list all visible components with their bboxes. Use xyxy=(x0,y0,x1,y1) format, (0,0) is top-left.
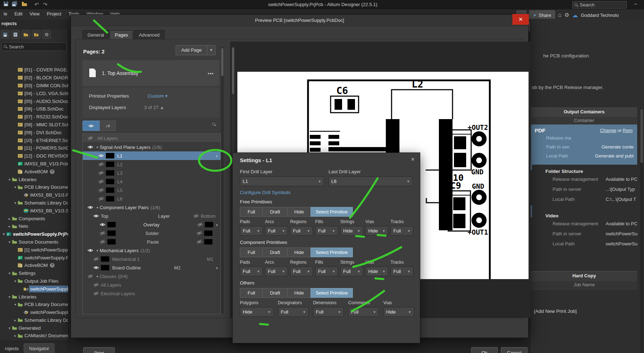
layer-row-all-layers[interactable]: All Layers xyxy=(83,134,221,143)
save-all-icon[interactable] xyxy=(11,1,18,8)
collapse-caret-icon[interactable]: ▾ xyxy=(95,274,100,278)
collapse-caret-icon[interactable]: ▾ xyxy=(13,185,18,189)
panel-tab-navigator[interactable]: Navigator xyxy=(24,343,55,353)
eye-visible-icon[interactable] xyxy=(91,213,101,219)
layer-color-swatch[interactable] xyxy=(101,256,109,262)
layer-row-l6[interactable]: L6 xyxy=(83,194,221,203)
configure-drill-symbols-link[interactable]: Configure Drill Symbols xyxy=(240,190,413,195)
tree-item[interactable]: ▾PCB Library Documents xyxy=(0,183,68,191)
eye-visible-icon[interactable] xyxy=(91,265,101,270)
collapse-caret-icon[interactable]: ▾ xyxy=(7,295,12,299)
tree-item[interactable]: switchPowerSupply.Ou xyxy=(0,285,68,293)
tree-item[interactable]: [06] - USB.SchDoc xyxy=(0,105,68,113)
displayed-layers-value[interactable]: 3 of 27 ▲ xyxy=(144,105,164,110)
layer-color-swatch[interactable] xyxy=(107,230,116,236)
layer-group-row[interactable]: ▾Signal And Plane Layers(1/6) xyxy=(83,143,221,151)
eye-hidden-icon[interactable] xyxy=(98,239,107,245)
eye-visible-icon[interactable] xyxy=(96,153,106,159)
eye-visible-icon[interactable] xyxy=(86,204,95,210)
chevron-right-icon[interactable]: › xyxy=(216,222,218,227)
strings-dropdown[interactable]: Hide▼ xyxy=(340,226,363,236)
fills-dropdown[interactable]: Full▼ xyxy=(315,267,338,276)
menu-item-project[interactable]: Project xyxy=(43,9,65,18)
tracks-dropdown[interactable]: Full▼ xyxy=(390,226,413,236)
vias-dropdown[interactable]: Hide▼ xyxy=(365,226,388,236)
undo-icon[interactable]: ↶ xyxy=(33,1,40,8)
eye-hidden-icon[interactable] xyxy=(191,213,201,219)
layer-color-swatch[interactable] xyxy=(106,187,114,193)
open-folder-icon[interactable] xyxy=(22,30,30,39)
tab-pages[interactable]: Pages xyxy=(110,30,133,39)
tree-item[interactable]: ▾Libraries xyxy=(0,175,68,183)
hide-button[interactable]: Hide xyxy=(287,207,311,217)
eye-hidden-icon[interactable] xyxy=(91,256,101,262)
eye-hidden-icon[interactable] xyxy=(91,282,101,288)
eye-hidden-icon[interactable] xyxy=(96,170,106,176)
cancel-button[interactable]: Cancel xyxy=(501,347,527,353)
layer-color-swatch[interactable] xyxy=(107,222,116,227)
menu-item-view[interactable]: View xyxy=(26,9,43,18)
hide-button[interactable]: Hide xyxy=(287,288,311,298)
tree-item[interactable]: [01] - COVER PAGE.SchD xyxy=(0,66,68,74)
home-icon[interactable]: ⌂ xyxy=(558,11,562,19)
full-button[interactable]: Full xyxy=(240,288,263,298)
pair-row-paste[interactable]: Paste xyxy=(83,237,221,246)
eye-hidden-icon[interactable] xyxy=(96,179,106,184)
class-row[interactable]: Electrical Layers xyxy=(83,289,221,298)
tree-item[interactable]: iMX53_BB_V1I3.SCHLI xyxy=(0,207,68,215)
open-document-icon[interactable] xyxy=(21,1,28,8)
regions-dropdown[interactable]: Full▼ xyxy=(290,226,313,236)
draft-button[interactable]: Draft xyxy=(262,207,288,217)
tree-item[interactable]: ActiveBOM? xyxy=(0,168,68,175)
collapse-caret-icon[interactable]: ▾ xyxy=(13,279,18,283)
fills-dropdown[interactable]: Full▼ xyxy=(315,226,338,236)
draft-button[interactable]: Draft xyxy=(262,288,288,298)
layer-row-l1[interactable]: L1› xyxy=(83,151,221,160)
layer-color-swatch[interactable] xyxy=(106,153,114,159)
pair-row-overlay[interactable]: Overlay › xyxy=(83,220,221,229)
vias-dropdown[interactable]: Hide▼ xyxy=(383,307,414,317)
hide-button[interactable]: Hide xyxy=(287,248,311,257)
tree-item[interactable]: ▾Source Documents xyxy=(0,238,68,246)
page-menu-icon[interactable]: ••• xyxy=(208,71,214,76)
tree-item[interactable]: ▸Components xyxy=(0,215,68,222)
minimize-button[interactable]: – xyxy=(630,0,641,8)
expand-caret-icon[interactable]: ▸ xyxy=(7,217,12,221)
full-button[interactable]: Full xyxy=(240,207,263,217)
layer-color-swatch[interactable] xyxy=(101,265,109,270)
layer-group-row[interactable]: ▾Component Layer Pairs(1/6) xyxy=(83,203,221,212)
panel-tab-rojects[interactable]: rojects xyxy=(0,344,24,353)
eye-hidden-icon[interactable] xyxy=(96,161,106,167)
select-primitive-button[interactable]: Select Primitive xyxy=(311,288,353,298)
sort-layers-button[interactable]: ↓≡ xyxy=(100,121,116,131)
tree-item[interactable]: ▸CAMtastic! Documents xyxy=(0,332,68,340)
collapse-caret-icon[interactable]: ▾ xyxy=(1,232,6,236)
print-button[interactable]: Print xyxy=(83,347,115,353)
tree-item[interactable]: ▾Output Job Files xyxy=(0,277,68,285)
tree-item[interactable]: [04] - LCD, VGA.SchDoc xyxy=(0,89,68,97)
collapse-caret-icon[interactable]: ▾ xyxy=(7,326,12,330)
layer-color-swatch[interactable] xyxy=(107,239,116,245)
remove-link[interactable]: Rem xyxy=(623,128,633,133)
tree-item[interactable]: [03] - DIMM CON.SchDo xyxy=(0,82,68,90)
layer-row-l4[interactable]: L4 xyxy=(83,177,221,186)
vias-dropdown[interactable]: Hide▼ xyxy=(365,267,388,276)
eye-visible-icon[interactable] xyxy=(86,248,95,253)
layer-color-swatch[interactable] xyxy=(106,161,114,167)
select-primitive-button[interactable]: Select Primitive xyxy=(311,248,353,257)
collapse-caret-icon[interactable]: ▾ xyxy=(7,271,12,275)
tree-item[interactable]: [12] - DOC REVISION HI xyxy=(0,152,68,160)
tree-item[interactable]: [11] - POWERS.SchDoc xyxy=(0,144,68,152)
eye-hidden-icon[interactable] xyxy=(195,230,204,236)
full-button[interactable]: Full xyxy=(240,248,263,257)
arcs-dropdown[interactable]: Full▼ xyxy=(265,267,288,276)
redo-icon[interactable]: ↷ xyxy=(42,1,49,8)
tree-item[interactable]: [10] - ETHERNET.SchDoc xyxy=(0,136,68,144)
collapse-caret-icon[interactable]: ▾ xyxy=(95,145,100,149)
tree-item[interactable]: ▸Schematic Library Docum xyxy=(0,316,68,324)
chevron-down-icon[interactable]: ▼ xyxy=(207,45,216,55)
tree-item[interactable]: iMX53_BB_V1I3.PcbDoc xyxy=(0,160,68,168)
eye-hidden-icon[interactable] xyxy=(96,196,106,202)
polygons-dropdown[interactable]: Hide▼ xyxy=(240,307,274,317)
page-card[interactable]: 1. Top Assembly ••• xyxy=(82,60,219,86)
